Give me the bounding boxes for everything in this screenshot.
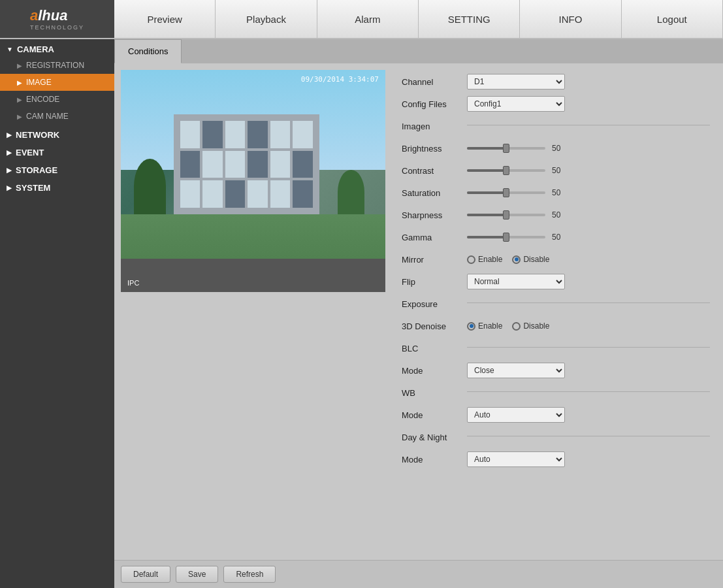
window — [293, 121, 312, 148]
saturation-label: Saturation — [402, 188, 467, 198]
nav-info[interactable]: INFO — [520, 0, 621, 38]
brightness-thumb[interactable] — [503, 144, 509, 153]
building-windows — [180, 121, 313, 208]
daynight-line — [467, 436, 710, 436]
daynight-row: Day & Night — [402, 429, 710, 446]
gamma-thumb[interactable] — [503, 233, 509, 242]
logo-area: alhua TECHNOLOGY — [0, 0, 114, 38]
camname-arrow-icon: ▶ — [17, 113, 22, 120]
sidebar-item-encode-label: ENCODE — [26, 95, 59, 104]
sidebar-section-system-label: SYSTEM — [16, 183, 50, 193]
gamma-fill — [467, 236, 506, 238]
saturation-thumb[interactable] — [503, 188, 509, 197]
content-panel: 09/30/2014 3:34:07 IPC Channel D1D2D3D4 — [114, 63, 723, 560]
wb-mode-row: Mode AutoManualATWIndoorOutdoor — [402, 406, 710, 423]
sidebar-section-camera[interactable]: ▼ CAMERA — [0, 39, 114, 57]
refresh-button[interactable]: Refresh — [223, 566, 276, 583]
default-button[interactable]: Default — [121, 566, 170, 583]
nav-preview[interactable]: Preview — [114, 0, 216, 38]
dn-mode-select[interactable]: AutoColorB/W — [467, 451, 565, 467]
flip-control: NormalFlipMirror180° — [467, 274, 710, 289]
window — [225, 121, 245, 148]
nav-setting[interactable]: SETTING — [419, 0, 520, 38]
nav-logout[interactable]: Logout — [622, 0, 723, 38]
sidebar-section-network[interactable]: ▶ NETWORK — [0, 125, 114, 142]
channel-row: Channel D1D2D3D4 — [402, 73, 710, 90]
denoise-enable-label: Enable — [478, 321, 502, 331]
blc-row: BLC — [402, 340, 710, 357]
brightness-value: 50 — [552, 144, 568, 153]
saturation-control: 50 — [467, 188, 710, 197]
sidebar-section-event-label: EVENT — [16, 148, 44, 157]
dn-mode-label: Mode — [402, 455, 467, 465]
exposure-divider — [467, 300, 710, 308]
nav-alarm[interactable]: Alarm — [317, 0, 419, 38]
imagen-label: Imagen — [402, 122, 467, 131]
sharpness-track — [467, 214, 545, 216]
mirror-disable-radio[interactable] — [512, 255, 521, 264]
denoise-enable-radio[interactable] — [467, 322, 475, 331]
saturation-row: Saturation 50 — [402, 184, 710, 201]
flip-label: Flip — [402, 277, 467, 287]
sidebar: ▼ CAMERA ▶ REGISTRATION ▶ IMAGE ▶ ENCODE… — [0, 39, 114, 588]
window — [248, 121, 267, 148]
wb-divider — [467, 389, 710, 397]
bottom-bar: Default Save Refresh — [114, 560, 723, 588]
mirror-disable-option[interactable]: Disable — [512, 255, 549, 264]
sharpness-thumb[interactable] — [503, 210, 509, 220]
channel-select[interactable]: D1D2D3D4 — [467, 74, 565, 90]
denoise-row: 3D Denoise Enable Disable — [402, 318, 710, 335]
mirror-row: Mirror Enable Disable — [402, 251, 710, 268]
denoise-enable-option[interactable]: Enable — [467, 321, 502, 331]
sidebar-item-image[interactable]: ▶ IMAGE — [0, 74, 114, 91]
config-files-control: Config1Config2Config3 — [467, 96, 710, 112]
brightness-control: 50 — [467, 144, 710, 153]
window — [293, 180, 312, 208]
contrast-fill — [467, 169, 506, 172]
window — [180, 180, 200, 208]
nav-playback[interactable]: Playback — [216, 0, 317, 38]
window — [225, 180, 245, 208]
window — [270, 121, 290, 148]
network-arrow-icon: ▶ — [7, 131, 12, 139]
sidebar-section-network-label: NETWORK — [16, 130, 59, 140]
mirror-enable-radio[interactable] — [467, 255, 475, 264]
brightness-track — [467, 147, 545, 150]
flip-select[interactable]: NormalFlipMirror180° — [467, 274, 565, 289]
blc-mode-select[interactable]: CloseBLCHLCDWDR — [467, 363, 565, 378]
sidebar-section-storage[interactable]: ▶ STORAGE — [0, 160, 114, 178]
sidebar-item-registration[interactable]: ▶ REGISTRATION — [0, 57, 114, 74]
imagen-line — [467, 125, 710, 125]
config-files-select[interactable]: Config1Config2Config3 — [467, 96, 565, 112]
mirror-enable-option[interactable]: Enable — [467, 255, 502, 264]
contrast-label: Contrast — [402, 166, 467, 176]
window — [202, 121, 222, 148]
sidebar-section-storage-label: STORAGE — [16, 165, 57, 175]
sidebar-section-system[interactable]: ▶ SYSTEM — [0, 178, 114, 195]
content-area: Conditions — [114, 39, 723, 588]
exposure-row: Exposure — [402, 295, 710, 312]
blc-label: BLC — [402, 344, 467, 353]
save-button[interactable]: Save — [176, 566, 218, 583]
sidebar-item-camname[interactable]: ▶ CAM NAME — [0, 108, 114, 125]
mirror-enable-label: Enable — [478, 255, 502, 264]
gamma-track — [467, 236, 545, 238]
sidebar-item-camname-label: CAM NAME — [26, 112, 69, 121]
tab-conditions[interactable]: Conditions — [114, 39, 182, 63]
wb-mode-select[interactable]: AutoManualATWIndoorOutdoor — [467, 407, 565, 423]
window — [202, 151, 222, 178]
channel-label: Channel — [402, 77, 467, 87]
contrast-track — [467, 169, 545, 172]
saturation-track — [467, 191, 545, 194]
denoise-control: Enable Disable — [467, 321, 710, 331]
config-files-label: Config Files — [402, 99, 467, 109]
gamma-value: 50 — [552, 233, 568, 242]
image-arrow-icon: ▶ — [17, 79, 22, 86]
sidebar-section-event[interactable]: ▶ EVENT — [0, 142, 114, 160]
flip-row: Flip NormalFlipMirror180° — [402, 273, 710, 290]
denoise-disable-radio[interactable] — [512, 322, 521, 331]
sidebar-item-encode[interactable]: ▶ ENCODE — [0, 91, 114, 108]
denoise-disable-option[interactable]: Disable — [512, 321, 549, 331]
contrast-thumb[interactable] — [503, 166, 509, 175]
preview-timestamp: 09/30/2014 3:34:07 — [301, 75, 379, 84]
